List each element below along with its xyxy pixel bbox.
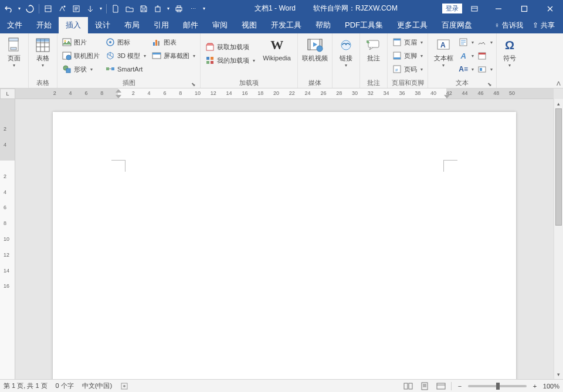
- chart-button[interactable]: 图表: [150, 36, 198, 49]
- bulb-icon: ♀: [494, 21, 500, 29]
- scroll-up-icon[interactable]: ▴: [554, 99, 563, 108]
- save-icon[interactable]: [137, 2, 150, 15]
- screenshot-button[interactable]: 屏幕截图▾: [150, 49, 198, 62]
- print-icon[interactable]: [172, 2, 185, 15]
- redo-icon[interactable]: [23, 2, 36, 15]
- 3d-model-button[interactable]: 3D 模型▾: [103, 49, 148, 62]
- pages-icon: [6, 37, 22, 53]
- workspace: L 86422468101214161820222426283032343638…: [0, 88, 563, 379]
- vertical-scrollbar[interactable]: ▴ ▾: [554, 99, 563, 379]
- svg-rect-0: [45, 6, 51, 12]
- scroll-thumb[interactable]: [555, 108, 562, 226]
- signature-button[interactable]: ▾: [476, 36, 494, 49]
- group-launcher-icon[interactable]: ⬊: [487, 81, 493, 87]
- link-button[interactable]: 链接▾: [335, 35, 357, 68]
- new-doc-icon[interactable]: [109, 2, 122, 15]
- qat-icon-4[interactable]: [84, 2, 97, 15]
- quickparts-button[interactable]: ▾: [457, 36, 475, 49]
- icons-button[interactable]: 图标: [103, 36, 148, 49]
- qat-more-icon[interactable]: ⋯: [186, 2, 199, 15]
- qat-caret2-icon[interactable]: ▾: [98, 2, 104, 15]
- comment-button[interactable]: 批注: [362, 35, 385, 62]
- zoom-in-button[interactable]: +: [530, 383, 540, 390]
- online-pic-icon: [62, 51, 72, 60]
- table-button[interactable]: 表格▾: [31, 35, 55, 68]
- qat-caret3-icon[interactable]: ▾: [165, 2, 171, 15]
- page-status[interactable]: 第 1 页, 共 1 页: [4, 381, 48, 390]
- dropcap-button[interactable]: A≡▾: [457, 63, 475, 76]
- footer-icon: [392, 51, 402, 60]
- wikipedia-button[interactable]: W Wikipedia: [259, 35, 295, 62]
- macro-status-icon[interactable]: [120, 382, 128, 390]
- footer-button[interactable]: 页脚▾: [390, 49, 425, 62]
- minimize-icon[interactable]: [486, 0, 511, 17]
- tab-file[interactable]: 文件: [0, 17, 29, 33]
- zoom-slider[interactable]: [468, 385, 527, 387]
- qat-icon-2[interactable]: [56, 2, 69, 15]
- horizontal-ruler[interactable]: 8642246810121416182022242628303234363840…: [15, 88, 554, 99]
- maximize-icon[interactable]: [511, 0, 537, 17]
- page[interactable]: [53, 112, 516, 379]
- qat-icon-1[interactable]: [42, 2, 55, 15]
- pagenum-button[interactable]: #页码▾: [390, 63, 425, 76]
- undo-icon[interactable]: [2, 2, 15, 15]
- tab-baidu[interactable]: 百度网盘: [435, 17, 479, 33]
- tell-me[interactable]: ♀告诉我: [491, 21, 527, 30]
- table-icon: [35, 37, 51, 53]
- qat-dropdown-icon[interactable]: ▾: [201, 2, 208, 15]
- tab-review[interactable]: 审阅: [205, 17, 235, 33]
- textbox-button[interactable]: A 文本框▾: [430, 35, 456, 68]
- group-text: A 文本框▾ ▾ A▾ A≡▾ ▾ ▾ 文本⬊: [428, 33, 497, 88]
- pages-button[interactable]: 页面▾: [2, 35, 26, 68]
- collapse-ribbon-icon[interactable]: ᐱ: [557, 80, 561, 87]
- tab-mail[interactable]: 邮件: [176, 17, 205, 33]
- tab-design[interactable]: 设计: [88, 17, 117, 33]
- web-layout-icon[interactable]: [435, 381, 447, 391]
- symbol-button[interactable]: Ω 符号▾: [499, 35, 520, 68]
- zoom-level[interactable]: 100%: [543, 383, 559, 390]
- ruler-corner[interactable]: L: [0, 88, 15, 99]
- login-button[interactable]: 登录: [442, 4, 462, 13]
- tab-help[interactable]: 帮助: [308, 17, 338, 33]
- vertical-ruler[interactable]: 42246810121416: [0, 99, 15, 379]
- zoom-thumb[interactable]: [496, 383, 500, 390]
- open-icon[interactable]: [123, 2, 136, 15]
- zoom-out-button[interactable]: −: [455, 383, 464, 390]
- tab-dev[interactable]: 开发工具: [264, 17, 308, 33]
- header-button[interactable]: 页眉▾: [390, 36, 425, 49]
- ribbon-options-icon[interactable]: [466, 0, 483, 17]
- online-pic-button[interactable]: 联机图片: [60, 49, 102, 62]
- print-layout-icon[interactable]: [418, 381, 431, 391]
- svg-rect-45: [394, 57, 401, 59]
- tab-references[interactable]: 引用: [147, 17, 176, 33]
- tab-home[interactable]: 开始: [29, 17, 59, 33]
- comment-icon: [365, 37, 382, 53]
- margin-marker: [443, 160, 457, 172]
- get-addins-button[interactable]: 获取加载项: [203, 40, 257, 53]
- picture-button[interactable]: 图片: [60, 36, 102, 49]
- qat-caret-icon[interactable]: ▾: [16, 2, 22, 15]
- close-icon[interactable]: [537, 0, 563, 17]
- video-button[interactable]: 联机视频: [300, 35, 330, 62]
- word-count[interactable]: 0 个字: [56, 381, 74, 390]
- scroll-down-icon[interactable]: ▾: [554, 370, 563, 379]
- read-mode-icon[interactable]: [402, 381, 415, 391]
- language-status[interactable]: 中文(中国): [82, 381, 112, 390]
- qat-icon-3[interactable]: [70, 2, 83, 15]
- tab-more[interactable]: 更多工具: [390, 17, 435, 33]
- tab-pdf[interactable]: PDF工具集: [338, 17, 390, 33]
- wordart-button[interactable]: A▾: [457, 49, 475, 62]
- document-area[interactable]: [15, 99, 554, 379]
- svg-rect-10: [522, 6, 527, 11]
- group-launcher-icon[interactable]: ⬊: [191, 81, 196, 87]
- tab-view[interactable]: 视图: [235, 17, 264, 33]
- tab-layout[interactable]: 布局: [117, 17, 147, 33]
- share-button[interactable]: ⇪共享: [529, 21, 558, 30]
- object-button[interactable]: ▾: [476, 63, 494, 76]
- shapes-button[interactable]: 形状▾: [60, 63, 102, 76]
- my-addins-button[interactable]: 我的加载项▾: [203, 54, 257, 67]
- tab-insert[interactable]: 插入: [59, 17, 88, 33]
- datetime-button[interactable]: [476, 49, 494, 62]
- smartart-button[interactable]: SmartArt: [103, 63, 148, 76]
- attach-icon[interactable]: [151, 2, 164, 15]
